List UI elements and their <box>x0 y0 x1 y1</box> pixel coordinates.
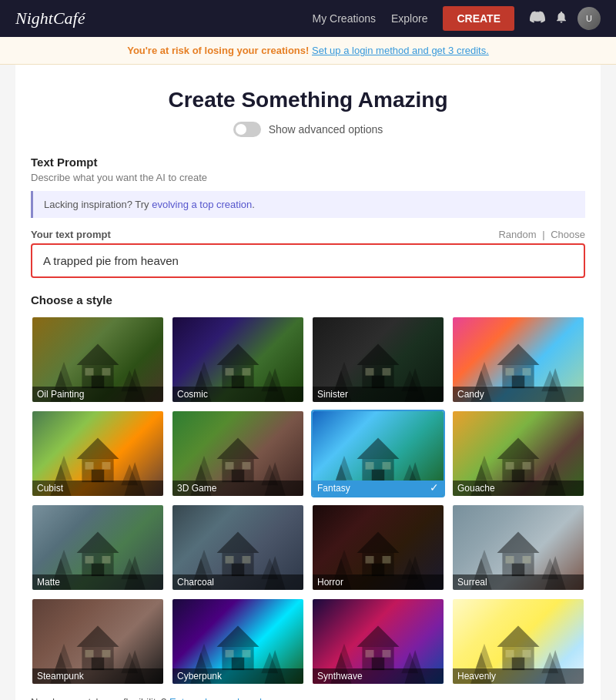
style-label-candy: Candy <box>453 387 584 402</box>
logo[interactable]: NightCafé <box>15 8 85 28</box>
svg-marker-78 <box>55 550 72 574</box>
header-nav: My Creations Explore CREATE U <box>313 6 601 31</box>
svg-rect-3 <box>85 368 94 376</box>
advanced-options-toggle-row: Show advanced options <box>31 122 585 137</box>
svg-rect-67 <box>523 462 531 470</box>
svg-marker-141 <box>476 644 493 668</box>
style-label-gouache: Gouache <box>453 481 584 496</box>
svg-rect-102 <box>506 556 514 564</box>
style-card-surreal[interactable]: Surreal <box>451 504 585 591</box>
svg-rect-48 <box>226 462 234 470</box>
style-label-sinister: Sinister <box>313 387 444 402</box>
svg-rect-4 <box>102 368 111 376</box>
advanced-toggle-switch[interactable] <box>233 122 261 137</box>
style-label-cubist: Cubist <box>32 481 163 496</box>
svg-marker-87 <box>196 550 213 574</box>
svg-rect-112 <box>102 650 111 658</box>
create-button[interactable]: CREATE <box>443 6 514 31</box>
enter-advanced-text: Need more styles or flexibility? <box>31 696 169 700</box>
random-prompt-btn[interactable]: Random <box>498 229 536 240</box>
svg-rect-93 <box>366 556 374 564</box>
style-label-synthwave: Synthwave <box>313 668 444 684</box>
style-label-charcoal: Charcoal <box>172 574 303 590</box>
enter-advanced-row: Need more styles or flexibility? Enter a… <box>31 696 585 700</box>
svg-rect-103 <box>523 556 531 564</box>
advanced-toggle-label: Show advanced options <box>269 123 383 136</box>
text-prompt-hint: Describe what you want the AI to create <box>31 172 585 183</box>
style-card-horror[interactable]: Horror <box>311 504 445 591</box>
svg-rect-57 <box>366 462 374 470</box>
svg-rect-49 <box>243 462 251 470</box>
style-card-gouache[interactable]: Gouache <box>451 410 585 497</box>
svg-marker-73 <box>77 531 119 553</box>
svg-rect-139 <box>523 650 531 658</box>
style-card-3dgame[interactable]: 3D Game <box>171 410 305 497</box>
style-label-cyberpunk: Cyberpunk <box>172 668 303 684</box>
svg-marker-96 <box>336 550 353 574</box>
svg-rect-121 <box>243 650 251 658</box>
svg-rect-22 <box>383 368 391 376</box>
style-card-cyberpunk[interactable]: Cyberpunk <box>171 598 305 685</box>
svg-rect-31 <box>523 368 531 376</box>
enter-advanced-link[interactable]: Enter advanced mode <box>169 696 267 700</box>
svg-marker-109 <box>77 625 119 647</box>
svg-marker-82 <box>217 531 259 553</box>
svg-marker-60 <box>336 456 353 481</box>
svg-rect-120 <box>226 650 234 658</box>
svg-marker-42 <box>55 456 72 481</box>
svg-marker-136 <box>497 625 540 647</box>
style-card-synthwave[interactable]: Synthwave <box>311 598 445 685</box>
prompt-input[interactable] <box>31 243 585 278</box>
style-card-sinister[interactable]: Sinister <box>311 316 445 404</box>
svg-rect-94 <box>383 556 391 564</box>
svg-marker-100 <box>497 531 540 553</box>
notification-icon[interactable] <box>554 10 568 28</box>
svg-rect-58 <box>383 462 391 470</box>
style-card-oil[interactable]: Oil Painting <box>31 316 165 404</box>
text-prompt-label: Text Prompt <box>31 156 585 169</box>
svg-marker-69 <box>476 456 493 481</box>
style-card-heavenly[interactable]: Heavenly <box>451 598 585 685</box>
style-label-matte: Matte <box>32 574 163 590</box>
svg-marker-55 <box>357 437 400 459</box>
svg-rect-138 <box>506 650 514 658</box>
style-card-cubist[interactable]: Cubist <box>31 410 165 497</box>
svg-marker-91 <box>357 531 400 553</box>
prompt-actions: Random | Choose <box>498 229 585 240</box>
banner-warning-text: You're at risk of losing your creations! <box>127 45 309 56</box>
explore-link[interactable]: Explore <box>391 12 427 25</box>
style-label-steampunk: Steampunk <box>32 668 163 684</box>
alert-banner: You're at risk of losing your creations!… <box>0 37 616 65</box>
prompt-row: Your text prompt Random | Choose <box>31 229 585 240</box>
svg-marker-114 <box>55 644 72 668</box>
style-card-charcoal[interactable]: Charcoal <box>171 504 305 591</box>
svg-marker-10 <box>217 343 259 365</box>
svg-rect-39 <box>85 462 94 470</box>
choose-prompt-btn[interactable]: Choose <box>551 229 585 240</box>
banner-cta-link[interactable]: Set up a login method and get 3 credits. <box>312 45 489 56</box>
your-prompt-label: Your text prompt <box>31 229 111 240</box>
svg-marker-28 <box>497 343 540 365</box>
svg-marker-1 <box>77 343 119 365</box>
my-creations-link[interactable]: My Creations <box>313 12 376 25</box>
svg-marker-123 <box>196 644 213 668</box>
style-card-steampunk[interactable]: Steampunk <box>31 598 165 685</box>
svg-rect-129 <box>366 650 374 658</box>
svg-rect-75 <box>85 556 94 564</box>
style-card-cosmic[interactable]: Cosmic <box>171 316 305 404</box>
style-card-matte[interactable]: Matte <box>31 504 165 591</box>
svg-rect-130 <box>383 650 391 658</box>
svg-marker-46 <box>217 437 259 459</box>
style-grid: Oil Painting Cosmic Sinister <box>31 316 585 685</box>
evolving-link[interactable]: evolving a top creation <box>152 199 252 210</box>
avatar[interactable]: U <box>578 7 601 30</box>
svg-rect-13 <box>243 368 251 376</box>
svg-rect-30 <box>506 368 514 376</box>
discord-icon[interactable] <box>530 9 545 28</box>
svg-rect-21 <box>366 368 374 376</box>
style-card-fantasy[interactable]: Fantasy✓ <box>311 410 445 497</box>
main-content: Create Something Amazing Show advanced o… <box>15 65 601 700</box>
svg-marker-51 <box>196 456 213 481</box>
style-card-candy[interactable]: Candy <box>451 316 585 404</box>
inspiration-text: Lacking inspiration? Try <box>44 199 152 210</box>
